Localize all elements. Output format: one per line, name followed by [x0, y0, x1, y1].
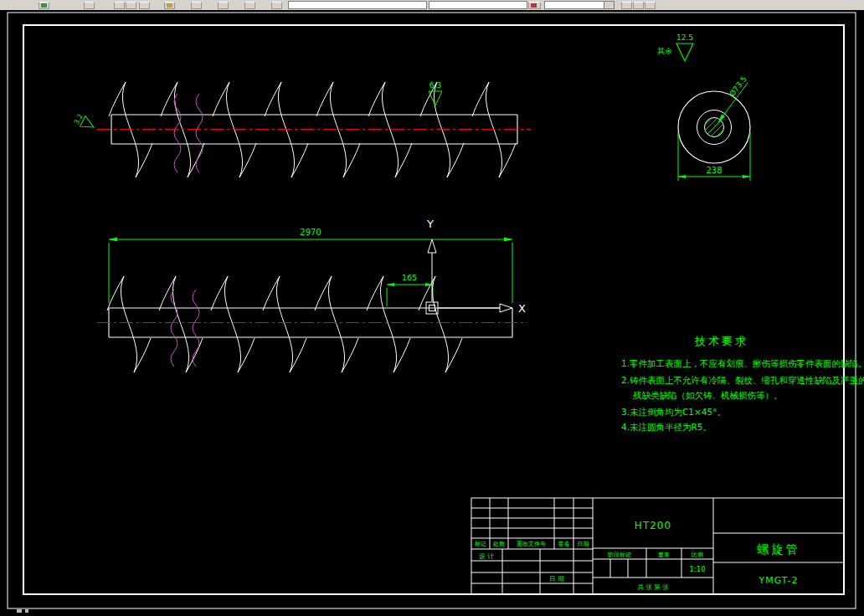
arrowhead-icon — [504, 238, 512, 242]
header-date: 日期 — [578, 541, 589, 547]
weight-label: 重量 — [658, 552, 670, 558]
title-block: HT200 标记 处数 更改文件号 签名 日期 设 计 日 期 阶段标记 重量 … — [471, 498, 844, 594]
auger-flights — [107, 276, 462, 372]
roughness-value: 12.5 — [676, 33, 693, 42]
drawing-number: YMGT-2 — [758, 575, 798, 586]
statusbar-fragment — [17, 609, 22, 613]
statusbar-fragment — [25, 609, 28, 613]
dimension-text: 238 — [706, 166, 722, 175]
dimension-outer-diameter[interactable]: 238 — [678, 131, 750, 181]
scale-value: 1:10 — [689, 565, 705, 573]
break-line — [193, 290, 199, 367]
x-axis-arrow-icon — [500, 304, 512, 312]
section-hatch — [705, 118, 723, 136]
dimension-lines — [109, 239, 512, 303]
surface-roughness-icon — [676, 44, 693, 61]
dimension-bore-diameter[interactable]: Ø73.5 — [718, 74, 748, 122]
tech-requirement-line: 残缺类缺陷（如欠铸、机械损伤等）。 — [633, 390, 783, 400]
arrowhead-icon — [109, 238, 117, 242]
general-roughness-note[interactable]: 12.5 其余 — [657, 33, 693, 61]
title-block-text: HT200 标记 处数 更改文件号 签名 日期 设 计 日 期 阶段标记 重量 … — [474, 520, 800, 591]
header-sign: 签名 — [558, 541, 570, 547]
auger-side-view-bottom[interactable] — [107, 276, 512, 372]
part-name: 螺旋管 — [758, 542, 800, 556]
stage-label: 阶段标记 — [608, 552, 631, 558]
sheet-label: 共 张 第 张 — [637, 583, 669, 591]
cad-application-window: 238 Ø73.5 12.5 其余 6.3 3.2 — [0, 0, 864, 616]
header-count: 处数 — [493, 541, 506, 547]
tech-requirements-title: 技术要求 — [694, 335, 748, 347]
tech-requirement-line: 2.铸件表面上不允许有冷隔、裂纹、缩孔和穿透性缺陷及严重的 — [621, 375, 864, 385]
shaft-roughness-note[interactable]: 3.2 — [73, 112, 97, 132]
technical-requirements: 技术要求 1.零件加工表面上，不应有划痕、擦伤等损伤零件表面的缺陷。 2.铸件表… — [621, 335, 864, 432]
header-mark: 标记 — [474, 541, 486, 547]
roughness-value: 3.2 — [73, 113, 85, 126]
y-axis-arrow-icon — [428, 239, 436, 253]
title-block-main-dividers — [593, 498, 713, 594]
tech-requirement-line: 3.未注倒角均为C1×45°。 — [621, 407, 726, 417]
material-cell: HT200 — [635, 520, 671, 531]
frame-inner-border — [23, 25, 844, 594]
centerlines — [97, 130, 531, 323]
ucs-icon: Y X — [426, 218, 526, 315]
arrowhead-icon — [678, 175, 686, 178]
scale-label: 比例 — [692, 552, 703, 558]
roughness-prefix: 其余 — [657, 47, 672, 55]
header-file: 更改文件号 — [517, 540, 546, 547]
y-axis-label: Y — [426, 218, 434, 230]
break-line — [174, 94, 181, 172]
dimension-text: 165 — [402, 273, 417, 282]
tech-requirement-line: 1.零件加工表面上，不应有划痕、擦伤等损伤零件表面的缺陷。 — [621, 358, 864, 368]
tech-requirement-line: 4.未注圆角半径为R5。 — [621, 422, 712, 432]
design-label: 设 计 — [479, 552, 494, 560]
dimension-text: 2970 — [300, 228, 321, 237]
date-label: 日 期 — [549, 575, 563, 583]
drawing-canvas[interactable]: 238 Ø73.5 12.5 其余 6.3 3.2 — [0, 0, 864, 616]
auger-end-view[interactable] — [678, 91, 750, 163]
title-block-left-columns-bottom — [502, 549, 573, 594]
roughness-value: 6.3 — [429, 81, 441, 90]
arrowhead-icon — [387, 283, 394, 286]
arrowhead-icon — [743, 175, 750, 178]
dimension-overall-length[interactable]: 2970 — [109, 228, 512, 303]
break-line — [196, 94, 203, 172]
dimension-pitch[interactable]: 165 — [387, 273, 433, 306]
x-axis-label: X — [518, 302, 526, 315]
